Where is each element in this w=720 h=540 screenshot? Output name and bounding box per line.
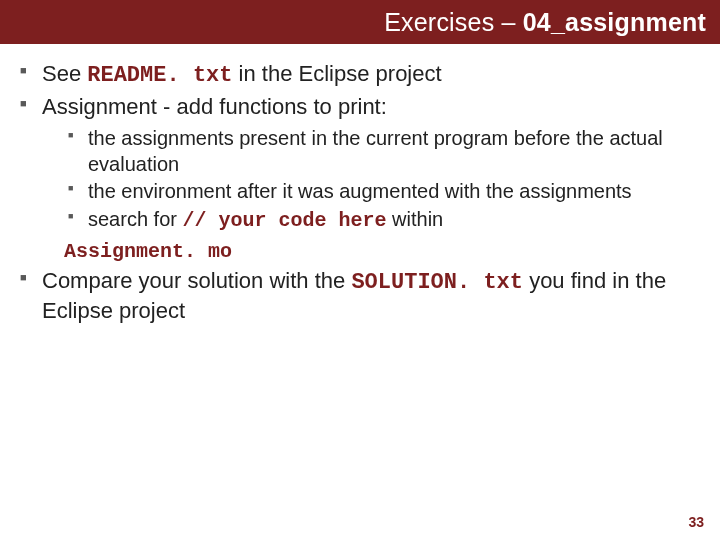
slide-body: See README. txt in the Eclipse project A… [0,44,720,324]
code-readme: README. txt [87,63,232,88]
bullet-1: See README. txt in the Eclipse project [16,60,710,90]
sub-bullet-2: the environment after it was augmented w… [66,179,710,205]
code-solution: SOLUTION. txt [351,270,523,295]
title-bold: 04_assignment [523,8,706,36]
code-yourcode: // your code here [182,209,386,232]
bullet-3: Compare your solution with the SOLUTION.… [16,267,710,324]
bullet-list: See README. txt in the Eclipse project A… [10,60,710,324]
bullet-2: Assignment - add functions to print: the… [16,93,710,265]
sub-bullet-1: the assignments present in the current p… [66,126,710,177]
title-prefix: Exercises – [384,8,523,36]
slide-title-bar: Exercises – 04_assignment [0,0,720,44]
code-assignment-mo: Assignment. mo [42,239,710,264]
sub-bullet-3: search for // your code here within [66,207,710,234]
page-number: 33 [688,514,704,530]
sub-bullet-list: the assignments present in the current p… [42,126,710,233]
